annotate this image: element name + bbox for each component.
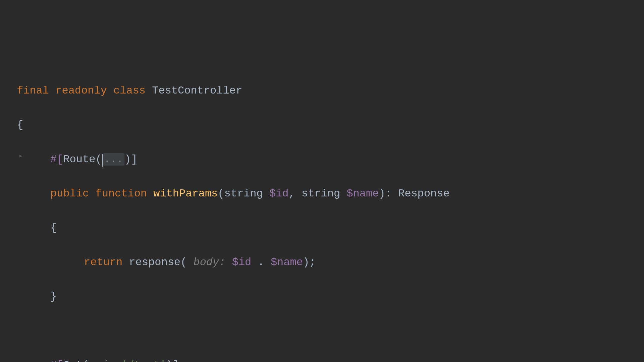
code-line: { xyxy=(17,219,644,236)
paren-close: ): xyxy=(379,187,391,200)
brace-close: } xyxy=(50,290,57,303)
variable: $id xyxy=(232,256,252,268)
code-line: public function withParams(string $id, s… xyxy=(17,185,644,202)
variable: $name xyxy=(271,256,303,268)
brace-open: { xyxy=(50,222,57,234)
folded-region[interactable]: ... xyxy=(103,153,125,166)
string-literal: '/test' xyxy=(121,359,166,362)
code-editor[interactable]: final readonly class TestController { ▸#… xyxy=(17,82,644,362)
gutter-fold-icon[interactable]: ▸ xyxy=(19,151,23,162)
class-name: TestController xyxy=(152,84,242,97)
code-line-empty xyxy=(17,322,644,339)
paren-open: ( xyxy=(83,359,89,362)
keyword-readonly: readonly xyxy=(55,84,107,97)
keyword-public: public xyxy=(50,187,89,200)
code-line: final readonly class TestController xyxy=(17,82,644,99)
code-line: #[Get(uri: '/test')] xyxy=(17,357,644,362)
type-hint: string xyxy=(224,187,263,200)
return-type: Response xyxy=(398,187,450,200)
code-line: { xyxy=(17,116,644,133)
attribute-open: #[ xyxy=(50,153,63,166)
paren-open: ( xyxy=(218,187,224,200)
concat-op: . xyxy=(258,256,264,268)
attribute-class: Get xyxy=(63,359,83,362)
param-hint: uri: xyxy=(89,359,115,362)
attribute-close: )] xyxy=(124,153,137,166)
comma: , xyxy=(289,187,295,200)
keyword-class: class xyxy=(113,84,146,97)
keyword-final: final xyxy=(17,84,49,97)
paren-close: ); xyxy=(303,256,316,268)
method-name: withParams xyxy=(153,187,218,200)
code-line: return response( body: $id . $name); xyxy=(17,254,644,271)
attribute-open: #[ xyxy=(50,359,63,362)
code-line: ▸#[Route(...)] xyxy=(17,151,644,168)
function-call: response xyxy=(129,256,180,268)
param-hint: body: xyxy=(193,256,225,268)
text-cursor xyxy=(102,154,103,167)
brace-open: { xyxy=(17,119,23,131)
paren-open: ( xyxy=(180,256,187,268)
variable: $name xyxy=(346,187,379,200)
type-hint: string xyxy=(302,187,340,200)
variable: $id xyxy=(269,187,289,200)
keyword-function: function xyxy=(95,187,147,200)
attribute-class: Route xyxy=(63,153,95,166)
paren-open: ( xyxy=(95,153,102,166)
attribute-close: )] xyxy=(166,359,179,362)
keyword-return: return xyxy=(84,256,122,268)
code-line: } xyxy=(17,288,644,305)
